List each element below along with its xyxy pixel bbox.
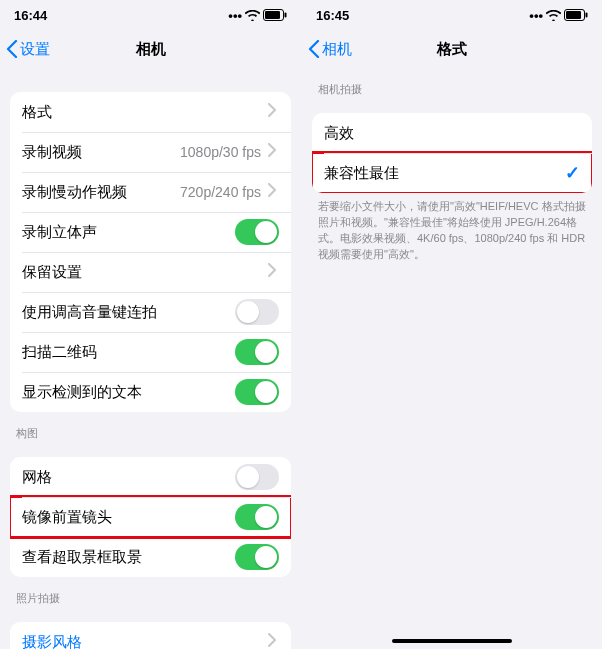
wifi-icon — [245, 10, 260, 21]
row-label: 显示检测到的文本 — [22, 383, 235, 402]
toggle-switch[interactable] — [235, 504, 279, 530]
battery-icon — [564, 9, 588, 21]
wifi-icon — [546, 10, 561, 21]
row-label: 网格 — [22, 468, 235, 487]
row-label: 高效 — [324, 124, 580, 143]
settings-row[interactable]: 格式 — [10, 92, 291, 132]
chevron-left-icon — [6, 40, 18, 58]
row-detail: 1080p/30 fps — [180, 144, 261, 160]
back-button[interactable]: 相机 — [302, 40, 352, 59]
settings-row[interactable]: 显示检测到的文本 — [10, 372, 291, 412]
chevron-right-icon — [268, 263, 276, 277]
settings-row[interactable]: 录制立体声 — [10, 212, 291, 252]
row-label: 格式 — [22, 103, 265, 122]
svg-rect-5 — [586, 13, 588, 18]
row-label: 保留设置 — [22, 263, 265, 282]
chevron-right-icon — [265, 263, 279, 281]
group-header-camera-capture: 相机拍摄 — [302, 68, 602, 103]
group-format-options: 高效兼容性最佳✓ — [312, 113, 592, 193]
group-header-composition: 构图 — [0, 412, 301, 447]
dots-icon: ••• — [228, 8, 242, 23]
chevron-right-icon — [265, 103, 279, 121]
status-time: 16:44 — [14, 8, 47, 23]
home-indicator[interactable] — [392, 639, 512, 643]
row-label: 镜像前置镜头 — [22, 508, 235, 527]
settings-row[interactable]: 镜像前置镜头 — [10, 497, 291, 537]
screen-camera-settings: 16:44 ••• 设置 相机 格式录制视频1080p/30 fps录制慢动作视… — [0, 0, 301, 649]
dots-icon: ••• — [529, 8, 543, 23]
toggle-switch[interactable] — [235, 379, 279, 405]
back-label: 相机 — [322, 40, 352, 59]
row-label: 录制慢动作视频 — [22, 183, 180, 202]
toggle-switch[interactable] — [235, 219, 279, 245]
nav-bar: 设置 相机 — [0, 30, 301, 68]
status-bar: 16:44 ••• — [0, 0, 301, 30]
toggle-switch[interactable] — [235, 544, 279, 570]
chevron-right-icon — [265, 183, 279, 201]
settings-row[interactable]: 录制视频1080p/30 fps — [10, 132, 291, 172]
settings-row[interactable]: 兼容性最佳✓ — [312, 153, 592, 193]
svg-rect-1 — [265, 11, 280, 19]
chevron-right-icon — [265, 633, 279, 649]
checkmark-icon: ✓ — [565, 162, 580, 184]
row-label: 使用调高音量键连拍 — [22, 303, 235, 322]
back-label: 设置 — [20, 40, 50, 59]
settings-row[interactable]: 使用调高音量键连拍 — [10, 292, 291, 332]
row-label: 扫描二维码 — [22, 343, 235, 362]
status-indicators: ••• — [228, 8, 287, 23]
row-label: 录制立体声 — [22, 223, 235, 242]
footer-format-explain: 若要缩小文件大小，请使用"高效"HEIF/HEVC 格式拍摄照片和视频。"兼容性… — [302, 193, 602, 273]
row-label: 摄影风格 — [22, 633, 265, 650]
settings-row[interactable]: 扫描二维码 — [10, 332, 291, 372]
row-label: 兼容性最佳 — [324, 164, 565, 183]
settings-row[interactable]: 高效 — [312, 113, 592, 153]
settings-row[interactable]: 网格 — [10, 457, 291, 497]
chevron-right-icon — [268, 633, 276, 647]
row-label: 录制视频 — [22, 143, 180, 162]
svg-rect-2 — [285, 13, 287, 18]
battery-icon — [263, 9, 287, 21]
group-composition: 网格镜像前置镜头查看超取景框取景 — [10, 457, 291, 577]
toggle-switch[interactable] — [235, 299, 279, 325]
chevron-right-icon — [268, 143, 276, 157]
group-header-photo-capture: 照片拍摄 — [0, 577, 301, 612]
nav-bar: 相机 格式 — [302, 30, 602, 68]
chevron-right-icon — [268, 183, 276, 197]
chevron-right-icon — [265, 143, 279, 161]
chevron-right-icon — [268, 103, 276, 117]
settings-row[interactable]: 录制慢动作视频720p/240 fps — [10, 172, 291, 212]
chevron-left-icon — [308, 40, 320, 58]
settings-row[interactable]: 保留设置 — [10, 252, 291, 292]
screen-formats: 16:45 ••• 相机 格式 相机拍摄 高效兼容性最佳✓ 若要缩小文件大小，请… — [301, 0, 602, 649]
settings-row[interactable]: 摄影风格 — [10, 622, 291, 649]
toggle-switch[interactable] — [235, 464, 279, 490]
group-camera-main: 格式录制视频1080p/30 fps录制慢动作视频720p/240 fps录制立… — [10, 92, 291, 412]
row-detail: 720p/240 fps — [180, 184, 261, 200]
status-indicators: ••• — [529, 8, 588, 23]
status-bar: 16:45 ••• — [302, 0, 602, 30]
group-photo-capture: 摄影风格 — [10, 622, 291, 649]
back-button[interactable]: 设置 — [0, 40, 50, 59]
toggle-switch[interactable] — [235, 339, 279, 365]
settings-row[interactable]: 查看超取景框取景 — [10, 537, 291, 577]
row-label: 查看超取景框取景 — [22, 548, 235, 567]
svg-rect-4 — [566, 11, 581, 19]
status-time: 16:45 — [316, 8, 349, 23]
